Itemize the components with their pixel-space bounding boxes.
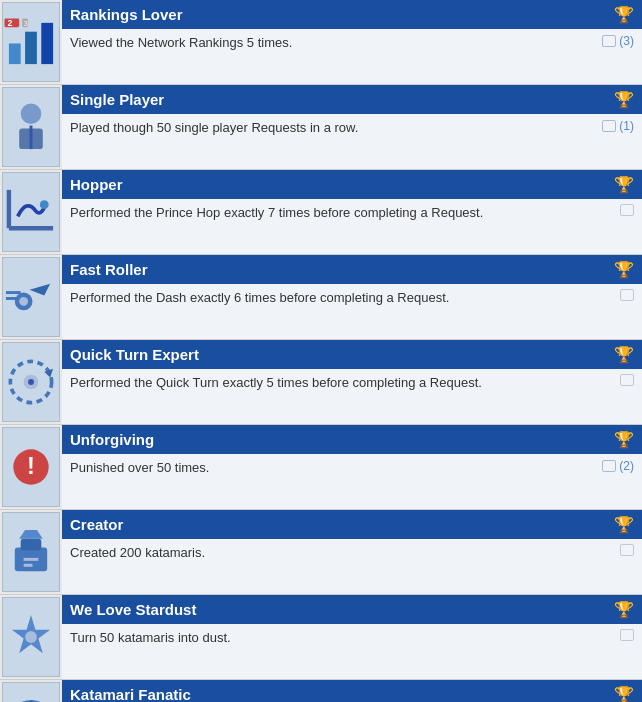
achievement-body-we-love-stardust: Turn 50 katamaris into dust. (62, 624, 642, 679)
achievement-title-single-player: Single Player (70, 91, 614, 108)
achievement-desc-single-player: Played though 50 single player Requests … (70, 119, 602, 137)
achievement-row-we-love-stardust: We Love Stardust🏆Turn 50 katamaris into … (0, 595, 642, 680)
achievement-desc-creator: Created 200 katamaris. (70, 544, 612, 562)
trophy-icon-unforgiving: 🏆 (614, 430, 634, 449)
achievement-icon-hopper (2, 172, 60, 252)
achievement-icon-unforgiving: ! (2, 427, 60, 507)
achievement-title-katamari-fanatic: Katamari Fanatic (70, 686, 614, 702)
trophy-icon-fast-roller: 🏆 (614, 260, 634, 279)
achievement-title-creator: Creator (70, 516, 614, 533)
achievement-row-rankings-lover: 2 3 Rankings Lover🏆Viewed the Network Ra… (0, 0, 642, 85)
trophy-icon-quick-turn-expert: 🏆 (614, 345, 634, 364)
achievement-body-quick-turn-expert: Performed the Quick Turn exactly 5 times… (62, 369, 642, 424)
achievement-desc-fast-roller: Performed the Dash exactly 6 times befor… (70, 289, 612, 307)
trophy-icon-single-player: 🏆 (614, 90, 634, 109)
achievement-icon-rankings-lover: 2 3 (2, 2, 60, 82)
svg-rect-0 (9, 43, 21, 64)
svg-point-19 (28, 379, 34, 385)
achievement-title-rankings-lover: Rankings Lover (70, 6, 614, 23)
achievement-icon-katamari-fanatic (2, 682, 60, 702)
achievement-header-katamari-fanatic: Katamari Fanatic🏆 (62, 680, 642, 702)
svg-rect-23 (21, 539, 42, 551)
achievement-title-quick-turn-expert: Quick Turn Expert (70, 346, 614, 363)
achievement-body-creator: Created 200 katamaris. (62, 539, 642, 594)
svg-text:3: 3 (24, 19, 28, 28)
achievement-row-unforgiving: ! Unforgiving🏆Punished over 50 times.(2) (0, 425, 642, 510)
svg-rect-2 (41, 23, 53, 64)
achievement-desc-quick-turn-expert: Performed the Quick Turn exactly 5 times… (70, 374, 612, 392)
achievement-list: 2 3 Rankings Lover🏆Viewed the Network Ra… (0, 0, 642, 702)
achievement-header-creator: Creator🏆 (62, 510, 642, 539)
achievement-row-katamari-fanatic: Katamari Fanatic🏆Completed all Requests … (0, 680, 642, 702)
svg-marker-26 (19, 530, 43, 539)
achievement-row-creator: Creator🏆Created 200 katamaris. (0, 510, 642, 595)
achievement-desc-we-love-stardust: Turn 50 katamaris into dust. (70, 629, 612, 647)
achievement-body-rankings-lover: Viewed the Network Rankings 5 times.(3) (62, 29, 642, 84)
achievement-icon-quick-turn-expert (2, 342, 60, 422)
achievement-header-rankings-lover: Rankings Lover🏆 (62, 0, 642, 29)
comment-link-rankings-lover[interactable]: (3) (602, 34, 634, 48)
svg-text:2: 2 (7, 18, 12, 28)
svg-point-12 (40, 200, 49, 209)
achievement-title-hopper: Hopper (70, 176, 614, 193)
comment-bubble-icon (602, 35, 616, 47)
trophy-icon-we-love-stardust: 🏆 (614, 600, 634, 619)
achievement-body-single-player: Played though 50 single player Requests … (62, 114, 642, 169)
achievement-header-unforgiving: Unforgiving🏆 (62, 425, 642, 454)
comment-empty-we-love-stardust (620, 629, 634, 641)
achievement-body-hopper: Performed the Prince Hop exactly 7 times… (62, 199, 642, 254)
comment-bubble-icon (602, 120, 616, 132)
achievement-desc-rankings-lover: Viewed the Network Rankings 5 times. (70, 34, 602, 52)
achievement-title-fast-roller: Fast Roller (70, 261, 614, 278)
achievement-header-single-player: Single Player🏆 (62, 85, 642, 114)
svg-text:!: ! (27, 453, 35, 479)
achievement-header-hopper: Hopper🏆 (62, 170, 642, 199)
svg-rect-1 (25, 32, 37, 64)
achievement-body-unforgiving: Punished over 50 times.(2) (62, 454, 642, 509)
trophy-icon-rankings-lover: 🏆 (614, 5, 634, 24)
achievement-desc-hopper: Performed the Prince Hop exactly 7 times… (70, 204, 612, 222)
comment-link-single-player[interactable]: (1) (602, 119, 634, 133)
comment-bubble-icon (602, 460, 616, 472)
achievement-body-fast-roller: Performed the Dash exactly 6 times befor… (62, 284, 642, 339)
achievement-row-quick-turn-expert: Quick Turn Expert🏆Performed the Quick Tu… (0, 340, 642, 425)
trophy-icon-creator: 🏆 (614, 515, 634, 534)
achievement-header-fast-roller: Fast Roller🏆 (62, 255, 642, 284)
svg-point-28 (25, 631, 37, 643)
trophy-icon-katamari-fanatic: 🏆 (614, 685, 634, 702)
svg-point-14 (19, 297, 28, 306)
comment-empty-creator (620, 544, 634, 556)
achievement-header-we-love-stardust: We Love Stardust🏆 (62, 595, 642, 624)
achievement-desc-unforgiving: Punished over 50 times. (70, 459, 602, 477)
achievement-row-fast-roller: Fast Roller🏆Performed the Dash exactly 6… (0, 255, 642, 340)
achievement-row-single-player: Single Player🏆Played though 50 single pl… (0, 85, 642, 170)
achievement-header-quick-turn-expert: Quick Turn Expert🏆 (62, 340, 642, 369)
comment-link-unforgiving[interactable]: (2) (602, 459, 634, 473)
trophy-icon-hopper: 🏆 (614, 175, 634, 194)
achievement-title-we-love-stardust: We Love Stardust (70, 601, 614, 618)
achievement-title-unforgiving: Unforgiving (70, 431, 614, 448)
achievement-icon-creator (2, 512, 60, 592)
comment-empty-fast-roller (620, 289, 634, 301)
achievement-icon-we-love-stardust (2, 597, 60, 677)
comment-empty-quick-turn-expert (620, 374, 634, 386)
achievement-row-hopper: Hopper🏆Performed the Prince Hop exactly … (0, 170, 642, 255)
svg-point-7 (21, 103, 42, 124)
comment-empty-hopper (620, 204, 634, 216)
achievement-icon-single-player (2, 87, 60, 167)
achievement-icon-fast-roller (2, 257, 60, 337)
